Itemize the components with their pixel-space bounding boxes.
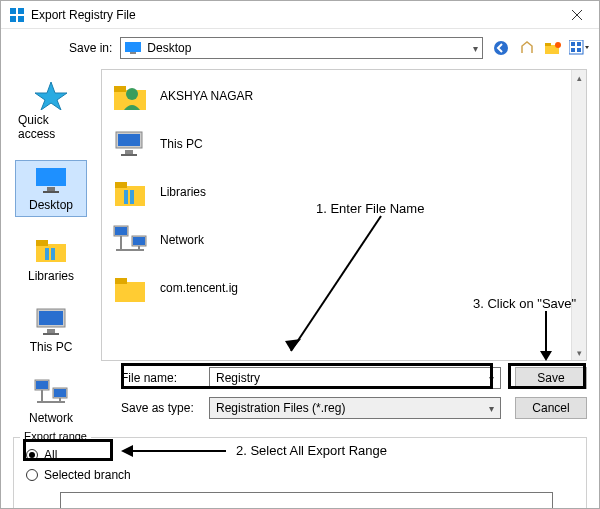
- svg-rect-2: [10, 16, 16, 22]
- libraries-icon: [33, 236, 69, 266]
- svg-rect-22: [45, 248, 49, 260]
- branch-input[interactable]: [60, 492, 553, 509]
- save-in-row: Save in: Desktop ▾: [1, 29, 599, 65]
- filename-value: Registry: [216, 371, 260, 385]
- svg-rect-47: [115, 227, 127, 235]
- export-range-group: Export range All Selected branch: [13, 437, 587, 509]
- file-listing: AKSHYA NAGAR This PC Libraries Network c…: [102, 70, 586, 310]
- svg-rect-13: [571, 42, 575, 46]
- place-desktop[interactable]: Desktop: [15, 160, 87, 217]
- chevron-down-icon: ▾: [473, 43, 478, 54]
- savetype-dropdown[interactable]: Registration Files (*.reg) ▾: [209, 397, 501, 419]
- svg-rect-31: [54, 389, 66, 397]
- folder-icon: [110, 268, 150, 308]
- savetype-value: Registration Files (*.reg): [216, 401, 345, 415]
- item-name: com.tencent.ig: [160, 281, 238, 295]
- up-icon[interactable]: [517, 38, 537, 58]
- filename-row: File name: Registry ▾ Save: [121, 367, 587, 389]
- svg-rect-26: [47, 329, 55, 333]
- view-menu-icon[interactable]: [569, 38, 589, 58]
- place-quick-access[interactable]: Quick access: [15, 75, 87, 146]
- chevron-down-icon: ▾: [489, 403, 494, 414]
- window-title: Export Registry File: [31, 8, 555, 22]
- savetype-label: Save as type:: [121, 401, 195, 415]
- radio-all-row[interactable]: All: [26, 448, 580, 462]
- place-this-pc[interactable]: This PC: [15, 302, 87, 359]
- svg-point-11: [555, 42, 561, 48]
- svg-rect-45: [130, 190, 134, 204]
- save-in-label: Save in:: [11, 41, 112, 55]
- svg-rect-36: [114, 86, 126, 92]
- computer-icon: [110, 124, 150, 164]
- svg-rect-19: [43, 191, 59, 193]
- scroll-up-icon[interactable]: ▴: [572, 70, 586, 85]
- fields-area: File name: Registry ▾ Save Save as type:…: [1, 365, 599, 435]
- svg-rect-29: [36, 381, 48, 389]
- svg-rect-6: [125, 42, 141, 52]
- main-area: Quick access Desktop Libraries This PC N…: [1, 65, 599, 365]
- svg-rect-27: [43, 333, 59, 335]
- chevron-down-icon: ▾: [489, 373, 494, 384]
- place-label: This PC: [30, 340, 73, 354]
- svg-rect-39: [118, 134, 140, 146]
- savetype-row: Save as type: Registration Files (*.reg)…: [121, 397, 587, 419]
- back-icon[interactable]: [491, 38, 511, 58]
- user-folder-icon: [110, 76, 150, 116]
- libraries-icon: [110, 172, 150, 212]
- filename-input[interactable]: Registry ▾: [209, 367, 501, 389]
- file-list-area[interactable]: AKSHYA NAGAR This PC Libraries Network c…: [101, 69, 587, 361]
- new-folder-icon[interactable]: [543, 38, 563, 58]
- cancel-button[interactable]: Cancel: [515, 397, 587, 419]
- svg-rect-40: [125, 150, 133, 154]
- svg-rect-54: [115, 278, 127, 284]
- close-button[interactable]: [555, 1, 599, 29]
- svg-rect-15: [571, 48, 575, 52]
- list-item[interactable]: This PC: [106, 122, 586, 166]
- svg-rect-53: [115, 282, 145, 302]
- svg-rect-7: [130, 52, 136, 54]
- svg-rect-25: [39, 311, 63, 325]
- svg-rect-43: [115, 182, 127, 188]
- radio-selected-row[interactable]: Selected branch: [26, 468, 580, 482]
- place-libraries[interactable]: Libraries: [15, 231, 87, 288]
- svg-point-37: [126, 88, 138, 100]
- places-bar: Quick access Desktop Libraries This PC N…: [1, 65, 101, 365]
- list-item[interactable]: Network: [106, 218, 586, 262]
- svg-point-8: [494, 41, 508, 55]
- svg-rect-17: [36, 168, 66, 186]
- save-button[interactable]: Save: [515, 367, 587, 389]
- radio-selected-branch[interactable]: [26, 469, 38, 481]
- title-bar: Export Registry File: [1, 1, 599, 29]
- svg-rect-16: [577, 48, 581, 52]
- list-item[interactable]: AKSHYA NAGAR: [106, 74, 586, 118]
- svg-rect-44: [124, 190, 128, 204]
- svg-rect-18: [47, 187, 55, 191]
- place-label: Desktop: [29, 198, 73, 212]
- svg-rect-1: [18, 8, 24, 14]
- item-name: Libraries: [160, 185, 206, 199]
- list-item[interactable]: Libraries: [106, 170, 586, 214]
- network-icon: [110, 220, 150, 260]
- list-item[interactable]: com.tencent.ig: [106, 266, 586, 310]
- nav-icons: [491, 38, 589, 58]
- item-name: Network: [160, 233, 204, 247]
- scrollbar[interactable]: ▴ ▾: [571, 70, 586, 360]
- svg-rect-49: [133, 237, 145, 245]
- radio-all[interactable]: [26, 449, 38, 461]
- save-in-dropdown[interactable]: Desktop ▾: [120, 37, 483, 59]
- svg-rect-23: [51, 248, 55, 260]
- radio-all-label: All: [44, 448, 57, 462]
- export-range-legend: Export range: [20, 430, 91, 442]
- item-name: This PC: [160, 137, 203, 151]
- svg-rect-10: [545, 43, 551, 46]
- place-label: Libraries: [28, 269, 74, 283]
- save-in-value: Desktop: [147, 41, 191, 55]
- scroll-down-icon[interactable]: ▾: [572, 345, 586, 360]
- network-icon: [33, 378, 69, 408]
- svg-rect-3: [18, 16, 24, 22]
- svg-rect-21: [36, 240, 48, 246]
- desktop-icon: [125, 42, 141, 54]
- filename-label: File name:: [121, 371, 195, 385]
- place-network[interactable]: Network: [15, 373, 87, 430]
- app-icon: [9, 7, 25, 23]
